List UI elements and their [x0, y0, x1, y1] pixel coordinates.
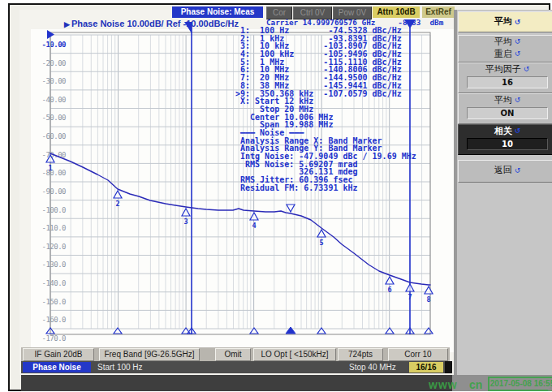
active-marker-tick-icon [286, 327, 295, 334]
marker-9-icon [287, 205, 295, 212]
marker-3-number: 3 [184, 218, 188, 226]
marker-5-number: 5 [320, 239, 324, 247]
marker-1-number: 1 [49, 164, 53, 172]
marker-6-number: 6 [388, 286, 392, 294]
marker-6-icon [386, 277, 394, 284]
marker-7-number: 7 [408, 293, 412, 301]
marker-4-number: 4 [252, 222, 257, 230]
marker-noise-readout: 1: 100 Hz -74.5328 dBc/Hz 2: 1 kHz -93.8… [235, 27, 416, 192]
band-start-flag-icon [184, 22, 192, 33]
marker-8-icon [425, 286, 433, 294]
marker-2-number: 2 [116, 200, 120, 208]
marker-4-icon [250, 213, 258, 220]
signal-source-analyzer-screen: ▶Phase Noise 10.00dB/ Ref -10.00dBc/Hz -… [0, 0, 552, 392]
noise-analysis-row: Residual FM: 6.73391 kHz [235, 184, 416, 192]
marker-7-icon [406, 284, 414, 291]
marker-1-icon [46, 155, 54, 162]
marker-8-number: 8 [427, 295, 431, 304]
